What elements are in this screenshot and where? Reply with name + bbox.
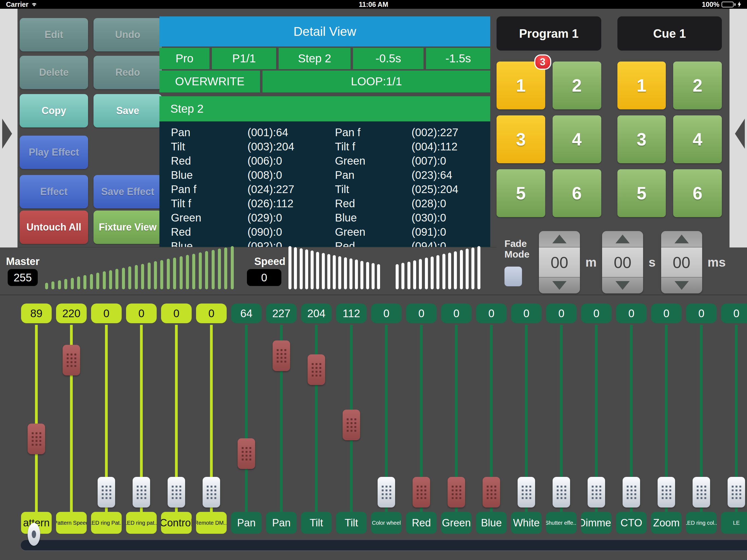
cue-pad-grid: 123456 [617, 61, 722, 217]
master-fader-ramp[interactable] [45, 246, 234, 289]
fader-handle[interactable] [133, 477, 150, 508]
fader-handle[interactable] [658, 477, 675, 508]
fader-2: 220Pattern Speed [55, 295, 87, 560]
save-button[interactable]: Save [94, 94, 162, 127]
channel-address-value: (006):0 [248, 155, 335, 167]
master-value[interactable]: 255 [8, 269, 38, 286]
fader-scrollbar-track[interactable] [21, 540, 747, 551]
channel-address-value: (028):0 [412, 198, 490, 210]
fixture-view-button[interactable]: Fixture View [94, 210, 162, 244]
fader-14: 0Blue [475, 295, 507, 560]
save-effect-button[interactable]: Save Effect [94, 175, 162, 208]
stepper-up-arrow-icon[interactable] [602, 231, 643, 247]
play-effect-button[interactable]: Play Effect [20, 136, 88, 169]
fader-5: 0Control [160, 295, 192, 560]
fader-handle[interactable] [98, 477, 115, 508]
fader-track[interactable] [245, 325, 248, 512]
channel-name: Tilt f [171, 198, 248, 210]
fader-track[interactable] [35, 325, 38, 512]
fader-scrollbar-knob[interactable] [28, 523, 40, 546]
fader-handle[interactable] [62, 345, 80, 376]
speed-fader-ramp-up[interactable] [396, 246, 481, 289]
detail-mode-row: OVERWRITE LOOP:1/1 [159, 71, 490, 93]
speed-fader-ramp-down[interactable] [288, 246, 380, 289]
fade-mode-checkbox[interactable] [505, 266, 522, 286]
detail-info-cell-3[interactable]: -0.5s [353, 48, 423, 69]
stepper-down-arrow-icon[interactable] [539, 278, 580, 294]
program-pad-1[interactable]: 13 [496, 61, 545, 109]
fader-handle[interactable] [308, 354, 325, 385]
detail-info-cell-2[interactable]: Step 2 [279, 48, 351, 69]
fader-handle[interactable] [378, 477, 395, 508]
fader-value-badge: 204 [301, 304, 332, 323]
channel-name: Tilt f [335, 141, 412, 153]
fader-handle[interactable] [28, 424, 45, 454]
program-header-button[interactable]: Program 1 [496, 17, 601, 51]
detail-info-cell-0[interactable]: Pro [159, 48, 209, 69]
fader-handle[interactable] [343, 410, 360, 440]
fader-21: 0LE [720, 295, 747, 560]
fader-3: 0LED ring Pat... [91, 295, 122, 560]
redo-button[interactable]: Redo [94, 56, 162, 89]
stepper-down-arrow-icon[interactable] [602, 278, 643, 294]
fader-handle[interactable] [518, 477, 535, 508]
open-right-drawer-arrow-icon[interactable] [735, 119, 745, 149]
detail-info-cell-4[interactable]: -1.5s [426, 48, 490, 69]
fader-handle[interactable] [238, 438, 255, 469]
fader-handle[interactable] [413, 477, 430, 508]
speed-value[interactable]: 0 [247, 269, 281, 286]
fader-label: Pan [231, 512, 262, 534]
fader-handle[interactable] [552, 477, 570, 508]
fader-handle[interactable] [447, 477, 465, 508]
fader-value-badge: 0 [476, 304, 507, 323]
detail-info-cell-1[interactable]: P1/1 [212, 48, 276, 69]
program-pad-5[interactable]: 5 [496, 169, 545, 217]
delete-button[interactable]: Delete [20, 56, 88, 89]
carrier-label: Carrier [6, 1, 28, 8]
fader-label: Zoom [651, 512, 681, 534]
cue-pad-1[interactable]: 1 [617, 61, 666, 109]
stepper-value: 00 [661, 247, 702, 278]
stepper-down-arrow-icon[interactable] [661, 278, 702, 294]
time-unit-label: m [585, 255, 597, 270]
stepper-up-arrow-icon[interactable] [539, 231, 580, 247]
cue-pad-4[interactable]: 4 [673, 116, 722, 163]
battery-icon [722, 2, 736, 7]
channel-name: Blue [335, 212, 412, 224]
fader-handle[interactable] [273, 340, 290, 371]
open-left-drawer-arrow-icon[interactable] [2, 119, 12, 149]
fader-handle[interactable] [728, 477, 745, 508]
fader-label: LED ring Pat... [91, 512, 122, 534]
cue-pad-2[interactable]: 2 [673, 61, 722, 109]
fader-handle[interactable] [203, 477, 220, 508]
fader-value-badge: 0 [511, 304, 542, 323]
fader-handle[interactable] [588, 477, 605, 508]
stepper-up-arrow-icon[interactable] [661, 231, 702, 247]
channel-address-value: (024):227 [248, 183, 335, 196]
fader-handle[interactable] [483, 477, 500, 508]
channel-address-value: (026):112 [248, 198, 335, 210]
cue-pad-3[interactable]: 3 [617, 116, 666, 163]
untouch-all-button[interactable]: Untouch All [20, 210, 88, 244]
cue-pad-5[interactable]: 5 [617, 169, 666, 217]
fader-bank: Helios+ 19z 89attern220Pattern Speed0LED… [0, 295, 747, 560]
cue-pad-6[interactable]: 6 [673, 169, 722, 217]
effect-button[interactable]: Effect [20, 175, 88, 208]
mode-cell[interactable]: OVERWRITE [159, 71, 260, 93]
fader-handle[interactable] [693, 477, 710, 508]
edit-button[interactable]: Edit [20, 18, 88, 51]
program-pad-6[interactable]: 6 [552, 169, 601, 217]
program-pad-3[interactable]: 3 [496, 116, 545, 163]
undo-button[interactable]: Undo [94, 18, 162, 51]
cue-header-button[interactable]: Cue 1 [617, 17, 722, 51]
fader-value-badge: 89 [21, 304, 52, 323]
fader-track[interactable] [315, 325, 318, 512]
fader-6: 0Remote DM... [196, 295, 227, 560]
program-pad-2[interactable]: 2 [552, 61, 601, 109]
loop-cell[interactable]: LOOP:1/1 [262, 71, 490, 93]
copy-button[interactable]: Copy [20, 94, 88, 127]
fader-value-badge: 220 [56, 304, 87, 323]
fader-handle[interactable] [623, 477, 640, 508]
fader-handle[interactable] [168, 477, 185, 508]
program-pad-4[interactable]: 4 [552, 116, 601, 163]
